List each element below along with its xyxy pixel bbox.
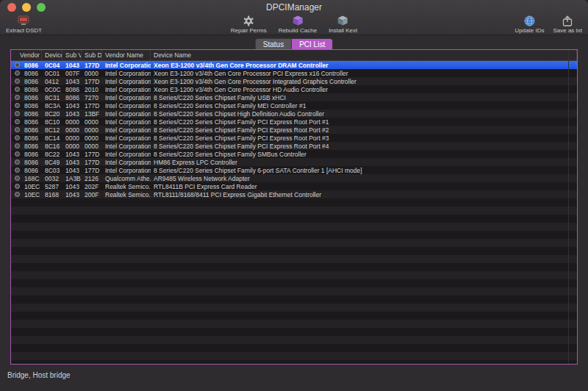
cell-sub_device: 177D [82,159,102,166]
column-header-device-name[interactable]: Device Name [151,50,577,60]
cell-vendor: 8086 [21,126,42,134]
cell-device: 8C49 [42,159,62,166]
cell-vendor: 168C [21,175,42,182]
table-row[interactable]: 10EC81681043200FRealtek Semico...RTL8111… [11,190,577,198]
table-row-empty [11,352,577,360]
gear-icon [243,15,254,26]
cell-sub_device: 202F [82,183,102,190]
pci-device-icon [11,87,21,92]
cell-device: 8C20 [42,110,62,118]
pci-table: Vendor Device Sub V... Sub D... Vendor N… [10,49,578,365]
cell-vendor: 8086 [21,62,42,69]
table-row[interactable]: 80868C1400000000Intel Corporation8 Serie… [11,134,577,142]
cell-device_name: RTL8411B PCI Express Card Reader [151,183,577,190]
cell-sub_device: 2126 [82,175,102,182]
cell-sub_device: 0000 [82,134,102,142]
cell-device: 8C31 [42,94,62,101]
table-row-empty [11,239,577,247]
toolbar-label: Extract DSDT [6,27,42,34]
update-ids-button[interactable]: Update IDs [514,15,544,34]
traffic-lights [7,3,46,12]
cell-device: 8C10 [42,118,62,126]
table-row-empty [11,320,577,328]
table-row[interactable]: 80868C3A1043177DIntel Corporation8 Serie… [11,101,577,110]
extract-dsdt-button[interactable]: Extract DSDT [6,15,42,34]
pci-device-icon [11,62,21,68]
column-header-sub-device[interactable]: Sub D... [82,50,102,60]
table-row[interactable]: 10EC52871043202FRealtek Semico...RTL8411… [11,182,577,190]
cell-vendor_name: Intel Corporation [102,167,151,174]
cell-device: 0C04 [42,62,62,69]
minimize-button[interactable] [22,3,31,12]
table-row-empty [11,223,577,231]
cell-vendor_name: Qualcomm Athe... [102,175,151,182]
table-row-empty [11,344,577,352]
cell-sub_vendor: 8086 [62,94,82,101]
cell-device_name: 8 Series/C220 Series Chipset Family PCI … [151,134,577,142]
toolbar-label: Install Kext [329,27,357,34]
cell-sub_device: 0000 [82,118,102,126]
column-header-vendor-name[interactable]: Vendor Name [102,50,151,60]
table-row[interactable]: 808604121043177DIntel CorporationXeon E3… [11,77,577,85]
table-row[interactable]: 80868C1000000000Intel Corporation8 Serie… [11,118,577,126]
cell-sub_device: 2010 [82,86,102,93]
table-row-empty [11,312,577,320]
cell-vendor_name: Intel Corporation [102,86,151,93]
toolbar-label: Rebuild Cache [279,27,317,34]
cell-device_name: 8 Series/C220 Series Chipset High Defini… [151,110,577,118]
cell-sub_device: 200F [82,191,102,198]
column-header-sub-vendor[interactable]: Sub V... [62,50,82,60]
cell-vendor: 8086 [21,78,42,85]
table-row[interactable]: 80868C3180867270Intel Corporation8 Serie… [11,93,577,101]
table-row[interactable]: 80868C221043177DIntel Corporation8 Serie… [11,150,577,158]
title-bar: DPCIManager [0,0,588,15]
scrollbar[interactable] [568,50,577,364]
cell-sub_vendor: 1043 [62,151,82,158]
table-row[interactable]: 80868C491043177DIntel CorporationHM86 Ex… [11,158,577,166]
table-row[interactable]: 80868C031043177DIntel Corporation8 Serie… [11,166,577,174]
column-header-device[interactable]: Device [42,50,62,60]
cell-vendor_name: Intel Corporation [102,78,151,85]
table-row[interactable]: 80860C01007F0000Intel CorporationXeon E3… [11,69,577,77]
cell-sub_device: 177D [82,102,102,110]
table-row-empty [11,271,577,279]
table-row[interactable]: 168C00321A3B2126Qualcomm Athe...AR9485 W… [11,174,577,182]
cell-device: 8C03 [42,167,62,174]
cell-sub_device: 0000 [82,70,102,77]
status-text: Bridge, Host bridge [0,365,588,379]
cell-sub_vendor: 1043 [62,159,82,166]
table-row[interactable]: 80868C1600000000Intel Corporation8 Serie… [11,142,577,150]
rebuild-cache-button[interactable]: Rebuild Cache [279,15,317,34]
cell-sub_vendor: 007F [62,70,82,77]
window-chrome: DPCIManager Extract DSDT [0,0,588,35]
pci-device-icon [11,103,21,108]
cell-device_name: HM86 Express LPC Controller [151,159,577,166]
repair-perms-button[interactable]: Repair Perms [231,15,267,34]
pci-device-icon [11,111,21,116]
table-row-empty [11,360,577,364]
zoom-button[interactable] [37,3,46,12]
cell-device: 8C12 [42,126,62,134]
cell-sub_device: 177D [82,62,102,69]
cell-sub_device: 7270 [82,94,102,101]
pci-device-icon [11,184,21,189]
save-as-txt-button[interactable]: Save as txt [553,15,582,34]
install-kext-button[interactable]: Install Kext [329,15,357,34]
cell-device_name: Xeon E3-1200 v3/4th Gen Core Processor D… [151,62,577,69]
pci-device-icon [11,135,21,140]
column-header-vendor[interactable]: Vendor [11,50,42,60]
table-row-empty [11,328,577,336]
close-button[interactable] [7,3,16,12]
table-row[interactable]: 80860C041043177DIntel CorporationXeon E3… [11,61,577,69]
table-row[interactable]: 80860C0C80862010Intel CorporationXeon E3… [11,85,577,93]
cell-device_name: 8 Series/C220 Series Chipset Family 6-po… [151,167,577,174]
cell-vendor_name: Intel Corporation [102,62,151,69]
table-row[interactable]: 80868C20104313BFIntel Corporation8 Serie… [11,110,577,118]
table-row-empty [11,255,577,263]
cell-device_name: AR9485 Wireless Network Adapter [151,175,577,182]
cell-vendor: 8086 [21,70,42,77]
cell-vendor: 8086 [21,110,42,118]
cell-vendor_name: Intel Corporation [102,110,151,118]
table-row[interactable]: 80868C1200000000Intel Corporation8 Serie… [11,126,577,134]
table-row-empty [11,263,577,271]
